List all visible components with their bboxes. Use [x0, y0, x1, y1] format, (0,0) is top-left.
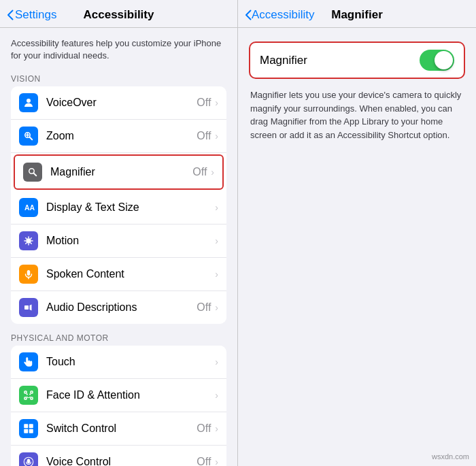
touch-chevron: › [215, 356, 218, 367]
zoom-label: Zoom [46, 130, 197, 142]
audio-row[interactable]: Audio Descriptions Off › [11, 291, 226, 324]
back-chevron-icon [7, 10, 14, 20]
vision-group: VoiceOver Off › Zoom Off › [11, 86, 226, 324]
svg-rect-15 [29, 429, 33, 433]
right-back-label: Accessibility [252, 8, 315, 22]
svg-rect-14 [24, 429, 28, 433]
switch-row[interactable]: Switch Control Off › [11, 412, 226, 446]
touch-row[interactable]: Touch › [11, 346, 226, 379]
zoom-row[interactable]: Zoom Off › [11, 120, 226, 153]
voice-icon [19, 452, 38, 466]
magnifier-label: Magnifier [50, 166, 192, 178]
svg-rect-6 [24, 391, 27, 393]
spoken-label: Spoken Content [46, 268, 214, 280]
svg-point-0 [27, 99, 31, 103]
audio-label: Audio Descriptions [46, 301, 197, 314]
magnifier-toggle-row: Magnifier [249, 41, 465, 79]
audio-svg [22, 301, 35, 314]
switch-icon [19, 419, 38, 438]
voiceover-row[interactable]: VoiceOver Off › [11, 86, 226, 120]
switch-svg [22, 422, 35, 435]
svg-rect-8 [24, 397, 27, 399]
motion-svg [22, 235, 35, 247]
audio-icon [19, 298, 38, 317]
spoken-chevron: › [215, 269, 218, 280]
zoom-value: Off [197, 130, 211, 142]
vision-section-header: VISION [0, 70, 237, 86]
right-back-chevron-icon [245, 10, 252, 20]
faceid-chevron: › [215, 390, 218, 401]
magnifier-icon [23, 163, 42, 182]
back-to-accessibility[interactable]: Accessibility [245, 8, 315, 22]
right-content: Magnifier Magnifier lets you use your de… [238, 28, 476, 142]
voice-label: Voice Control [46, 456, 197, 466]
magnifier-row[interactable]: Magnifier Off › [14, 154, 224, 190]
zoom-icon [19, 127, 38, 146]
faceid-label: Face ID & Attention [46, 389, 214, 401]
magnifier-description: Magnifier lets you use your device's cam… [249, 88, 465, 142]
magnifier-chevron: › [211, 167, 214, 178]
motion-row[interactable]: Motion › [11, 224, 226, 258]
magnifier-svg [27, 166, 39, 178]
display-svg: AA [22, 201, 35, 214]
display-label: Display & Text Size [46, 201, 214, 214]
display-row[interactable]: AA Display & Text Size › [11, 191, 226, 224]
right-nav-title: Magnifier [331, 8, 383, 22]
display-chevron: › [215, 202, 218, 213]
magnifier-value: Off [192, 166, 207, 178]
faceid-svg [22, 389, 35, 401]
zoom-svg [22, 130, 35, 142]
spoken-icon [19, 265, 38, 284]
left-nav-title: Accessibility [84, 8, 154, 22]
left-scroll-area: Accessibility features help you customiz… [0, 28, 237, 466]
left-panel: Settings Accessibility Accessibility fea… [0, 0, 238, 466]
display-icon: AA [19, 198, 38, 217]
voiceover-icon [19, 93, 38, 112]
watermark: wsxdn.com [432, 452, 469, 461]
intro-text: Accessibility features help you customiz… [0, 28, 237, 70]
motion-chevron: › [215, 235, 218, 246]
svg-rect-9 [31, 397, 33, 399]
touch-svg [22, 356, 35, 368]
audio-value: Off [197, 301, 211, 314]
faceid-icon [19, 386, 38, 405]
voiceover-chevron: › [215, 97, 218, 108]
touch-label: Touch [46, 356, 214, 368]
voiceover-value: Off [197, 97, 211, 109]
magnifier-toggle-label: Magnifier [260, 54, 420, 67]
zoom-chevron: › [215, 131, 218, 142]
voice-value: Off [197, 456, 211, 466]
right-nav-bar: Accessibility Magnifier [238, 0, 476, 28]
svg-rect-13 [29, 425, 33, 429]
faceid-row[interactable]: Face ID & Attention › [11, 379, 226, 412]
audio-chevron: › [215, 302, 218, 313]
svg-rect-7 [31, 391, 33, 393]
motion-icon [19, 231, 38, 250]
motion-label: Motion [46, 235, 214, 247]
svg-rect-5 [24, 305, 29, 310]
switch-chevron: › [215, 423, 218, 434]
svg-point-11 [29, 394, 31, 395]
switch-label: Switch Control [46, 422, 197, 435]
voice-row[interactable]: Voice Control Off › [11, 446, 226, 466]
spoken-row[interactable]: Spoken Content › [11, 258, 226, 291]
svg-rect-12 [24, 425, 28, 429]
physical-section-header: PHYSICAL AND MOTOR [0, 329, 237, 346]
spoken-svg [22, 268, 35, 280]
physical-group: Touch › Face ID & Attention [11, 346, 226, 466]
left-nav-bar: Settings Accessibility [0, 0, 237, 28]
right-panel: Accessibility Magnifier Magnifier Magnif… [238, 0, 476, 466]
voiceover-label: VoiceOver [46, 97, 197, 109]
touch-icon [19, 352, 38, 371]
voice-chevron: › [215, 456, 218, 466]
back-to-settings[interactable]: Settings [7, 8, 56, 22]
magnifier-toggle-switch[interactable] [420, 50, 454, 71]
back-label: Settings [15, 8, 56, 22]
switch-value: Off [197, 422, 211, 435]
svg-point-10 [27, 394, 28, 395]
svg-point-4 [26, 239, 31, 244]
svg-text:AA: AA [24, 203, 35, 212]
voiceover-svg [22, 97, 35, 109]
voice-svg [22, 456, 35, 466]
